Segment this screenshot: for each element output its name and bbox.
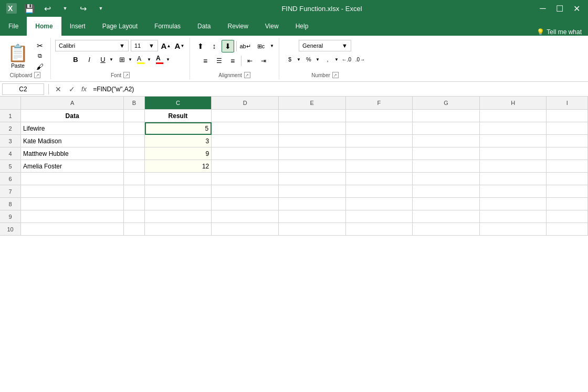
cell-h5[interactable] (480, 160, 547, 173)
tab-home[interactable]: Home (27, 17, 61, 36)
cell-d9[interactable] (212, 210, 279, 223)
merge-center-button[interactable]: ⊞c (253, 40, 269, 52)
tab-file[interactable]: File (0, 17, 27, 36)
cell-d6[interactable] (212, 173, 279, 185)
cell-c6[interactable] (145, 173, 212, 185)
cell-e4[interactable] (279, 147, 346, 160)
borders-button[interactable]: ⊞ (116, 54, 128, 65)
currency-button[interactable]: $ (284, 54, 296, 65)
cell-c9[interactable] (145, 210, 212, 223)
cell-f7[interactable] (346, 185, 413, 198)
cell-b9[interactable] (124, 210, 144, 223)
col-header-e[interactable]: E (279, 97, 346, 109)
cell-i8[interactable] (547, 198, 588, 210)
alignment-expand-icon[interactable]: ↗ (244, 72, 250, 78)
tab-insert[interactable]: Insert (61, 17, 94, 36)
decrease-font-button[interactable]: A▼ (174, 40, 185, 51)
cell-i4[interactable] (547, 147, 588, 160)
increase-decimal-button[interactable]: ←.0 (340, 54, 353, 65)
col-header-a[interactable]: A (21, 97, 124, 109)
cell-i3[interactable] (547, 135, 588, 147)
cell-h4[interactable] (480, 147, 547, 160)
cell-h1[interactable] (480, 110, 547, 122)
cell-d3[interactable] (212, 135, 279, 147)
row-header-5[interactable]: 5 (0, 160, 21, 173)
cell-b1[interactable] (124, 110, 144, 122)
name-box[interactable]: C2 (2, 83, 44, 95)
cell-f3[interactable] (346, 135, 413, 147)
cell-e9[interactable] (279, 210, 346, 223)
cell-a10[interactable] (21, 223, 124, 236)
cell-d1[interactable] (212, 110, 279, 122)
corner-cell[interactable] (0, 97, 21, 109)
cell-d7[interactable] (212, 185, 279, 198)
cell-c3[interactable]: 3 (145, 135, 212, 147)
percent-button[interactable]: % (302, 54, 315, 65)
font-color-button[interactable]: A (154, 54, 165, 65)
row-header-7[interactable]: 7 (0, 185, 21, 198)
cell-d10[interactable] (212, 223, 279, 236)
cell-h6[interactable] (480, 173, 547, 185)
cell-b4[interactable] (124, 147, 144, 160)
tell-me-box[interactable]: 💡 Tell me what (530, 28, 588, 36)
cell-b8[interactable] (124, 198, 144, 210)
cell-a6[interactable] (21, 173, 124, 185)
decrease-indent-button[interactable]: ⇤ (244, 55, 256, 67)
close-icon[interactable]: ✕ (569, 1, 584, 16)
bold-button[interactable]: B (70, 54, 81, 65)
wrap-text-button[interactable]: ab↵ (239, 40, 251, 52)
font-name-selector[interactable]: Calibri ▼ (55, 40, 129, 51)
align-middle-button[interactable]: ↕ (208, 40, 220, 52)
cell-h8[interactable] (480, 198, 547, 210)
cell-i9[interactable] (547, 210, 588, 223)
percent-dropdown-arrow[interactable]: ▼ (315, 54, 320, 65)
cell-g1[interactable] (413, 110, 480, 122)
cell-b10[interactable] (124, 223, 144, 236)
tab-formulas[interactable]: Formulas (146, 17, 189, 36)
col-header-g[interactable]: G (413, 97, 480, 109)
col-header-h[interactable]: H (480, 97, 547, 109)
tab-review[interactable]: Review (219, 17, 256, 36)
comma-dropdown-arrow[interactable]: ▼ (334, 54, 339, 65)
cell-g5[interactable] (413, 160, 480, 173)
cell-b3[interactable] (124, 135, 144, 147)
cell-c4[interactable]: 9 (145, 147, 212, 160)
align-right-button[interactable]: ≡ (226, 55, 239, 67)
cell-f1[interactable] (346, 110, 413, 122)
cell-i6[interactable] (547, 173, 588, 185)
cell-e10[interactable] (279, 223, 346, 236)
cell-f8[interactable] (346, 198, 413, 210)
cell-f10[interactable] (346, 223, 413, 236)
cell-d4[interactable] (212, 147, 279, 160)
borders-dropdown-arrow[interactable]: ▼ (128, 54, 133, 65)
row-header-2[interactable]: 2 (0, 122, 21, 135)
formula-input[interactable] (91, 83, 586, 95)
cell-f2[interactable] (346, 122, 413, 135)
col-header-b[interactable]: B (124, 97, 144, 109)
col-header-i[interactable]: I (547, 97, 588, 109)
clipboard-expand-icon[interactable]: ↗ (34, 72, 40, 78)
font-color-dropdown-arrow[interactable]: ▼ (165, 54, 171, 65)
cell-g4[interactable] (413, 147, 480, 160)
increase-indent-button[interactable]: ⇥ (257, 55, 270, 67)
cell-e1[interactable] (279, 110, 346, 122)
paste-button[interactable]: 📋 Paste (4, 41, 32, 71)
tab-view[interactable]: View (257, 17, 287, 36)
confirm-formula-icon[interactable]: ✓ (67, 84, 77, 94)
cell-a5[interactable]: Amelia Foster (21, 160, 124, 173)
cell-d8[interactable] (212, 198, 279, 210)
cell-e2[interactable] (279, 122, 346, 135)
cell-f6[interactable] (346, 173, 413, 185)
cell-f5[interactable] (346, 160, 413, 173)
comma-button[interactable]: , (321, 54, 334, 65)
cell-a2[interactable]: Lifewire (21, 122, 124, 135)
redo-icon[interactable]: ↪ (76, 1, 90, 16)
cell-e8[interactable] (279, 198, 346, 210)
cell-h7[interactable] (480, 185, 547, 198)
cell-g9[interactable] (413, 210, 480, 223)
row-header-3[interactable]: 3 (0, 135, 21, 147)
cell-e3[interactable] (279, 135, 346, 147)
cell-d2[interactable] (212, 122, 279, 135)
align-top-button[interactable]: ⬆ (194, 40, 207, 52)
tab-page-layout[interactable]: Page Layout (94, 17, 146, 36)
